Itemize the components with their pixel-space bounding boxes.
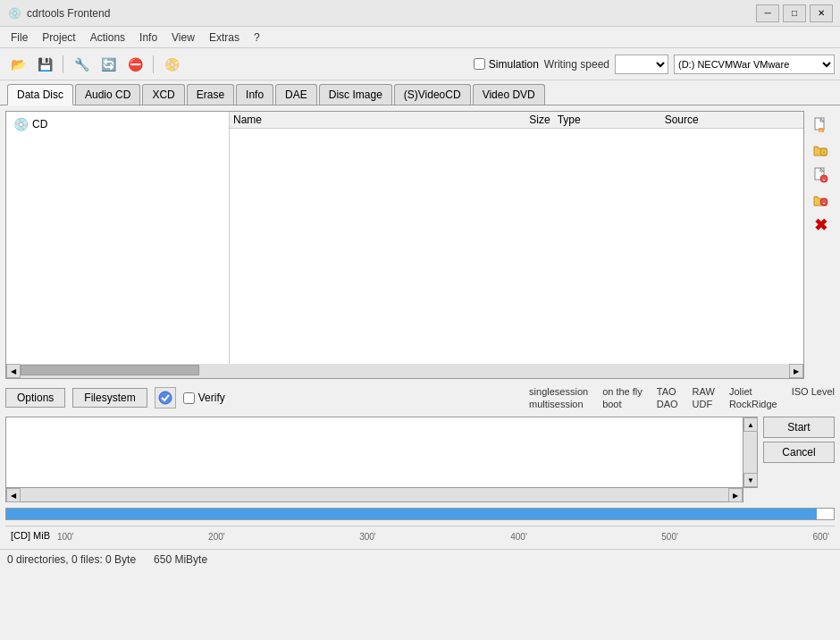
session-boot: boot — [602, 399, 643, 409]
log-scroll-track[interactable] — [743, 432, 757, 473]
writing-speed-label: Writing speed — [544, 58, 609, 71]
session-tao: TAO — [657, 386, 678, 397]
session-info: singlesession multisession on the fly bo… — [529, 386, 835, 409]
app-title: cdrtools Frontend — [27, 7, 110, 20]
file-browser: 💿 CD Name Size Type Source ◀ — [5, 111, 804, 379]
toolbar-btn-5[interactable]: ⛔ — [122, 52, 147, 77]
log-scroll-down-btn[interactable]: ▼ — [743, 473, 758, 487]
session-udf: UDF — [693, 399, 715, 409]
tab-xcd[interactable]: XCD — [142, 84, 184, 105]
hscroll-track[interactable] — [21, 364, 789, 378]
tree-item-label: CD — [32, 118, 47, 131]
menu-project[interactable]: Project — [35, 29, 82, 46]
bottom-toolbar: Options Filesystem Verify singlesession … — [5, 383, 835, 413]
hscroll-right-btn[interactable]: ▶ — [789, 364, 803, 378]
close-button[interactable]: ✕ — [810, 4, 833, 22]
session-col-4: RAW UDF — [693, 386, 715, 409]
toolbar-btn-4[interactable]: 🔄 — [96, 52, 121, 77]
log-hscroll-track[interactable] — [21, 488, 728, 501]
tab-dae[interactable]: DAE — [275, 84, 317, 105]
status-dir-files: 0 directories, 0 files: 0 Byte — [7, 553, 136, 566]
simulation-checkbox[interactable] — [474, 58, 485, 70]
writing-speed-select[interactable] — [615, 55, 668, 74]
action-sidebar: + + - - ✖ — [806, 111, 835, 240]
col-header-size: Size — [504, 114, 558, 126]
tab-data-disc[interactable]: Data Disc — [7, 84, 73, 105]
options-button[interactable]: Options — [5, 388, 65, 408]
scale-tick-600: 600' — [812, 532, 829, 542]
remove-folder-btn[interactable]: - — [810, 189, 831, 211]
tabs-bar: Data Disc Audio CD XCD Erase Info DAE Di… — [0, 80, 840, 105]
main-content: 💿 CD Name Size Type Source ◀ — [0, 105, 840, 549]
menu-view[interactable]: View — [164, 29, 202, 46]
session-rockridge: RockRidge — [729, 399, 777, 409]
toolbar-separator-2 — [153, 55, 154, 73]
remove-file-btn[interactable]: - — [810, 164, 831, 186]
log-scroll-right-btn[interactable]: ▶ — [728, 488, 743, 502]
title-bar: 💿 cdrtools Frontend ─ □ ✕ — [0, 0, 840, 27]
session-col-6: ISO Level — [792, 386, 835, 409]
menu-actions[interactable]: Actions — [83, 29, 132, 46]
tab-disc-image[interactable]: Disc Image — [319, 84, 392, 105]
tree-pane: 💿 CD — [6, 112, 230, 378]
new-file-btn[interactable]: + — [810, 114, 831, 136]
verify-label: Verify — [198, 392, 225, 404]
toolbar-btn-6[interactable]: 📀 — [159, 52, 184, 77]
check-icon-btn[interactable] — [155, 387, 176, 408]
start-cancel-panel: Start Cancel — [763, 417, 835, 463]
scale-tick-300: 300' — [359, 532, 376, 542]
toolbar-btn-3[interactable]: 🔧 — [69, 52, 94, 77]
toolbar-btn-1[interactable]: 📂 — [5, 52, 30, 77]
session-col-5: Joliet RockRidge — [729, 386, 777, 409]
verify-checkbox[interactable] — [183, 392, 195, 404]
tab-audio-cd[interactable]: Audio CD — [75, 84, 140, 105]
scale-tick-100: 100' — [57, 532, 74, 542]
menu-bar: File Project Actions Info View Extras ? — [0, 27, 840, 48]
session-dao: DAO — [657, 399, 678, 409]
session-singlesession: singlesession — [529, 386, 588, 397]
toolbar-separator-1 — [63, 55, 63, 73]
file-list-body — [230, 129, 803, 375]
menu-info[interactable]: Info — [132, 29, 164, 46]
filesystem-button[interactable]: Filesystem — [72, 388, 147, 408]
app-icon: 💿 — [7, 6, 21, 21]
scale-tick-200: 200' — [208, 532, 225, 542]
scale-ticks: 100' 200' 300' 400' 500' 600' — [57, 528, 829, 542]
tab-info[interactable]: Info — [236, 84, 273, 105]
session-isolevel: ISO Level — [792, 386, 835, 397]
hscroll-left-btn[interactable]: ◀ — [6, 364, 21, 378]
log-vscroll: ▲ ▼ — [743, 417, 758, 488]
file-list-header: Name Size Type Source — [230, 112, 803, 129]
minimize-button[interactable]: ─ — [756, 4, 779, 22]
delete-btn[interactable]: ✖ — [810, 215, 831, 236]
col-header-type: Type — [558, 114, 665, 126]
svg-text:-: - — [823, 198, 826, 206]
session-multisession: multisession — [529, 399, 588, 409]
file-browser-section: 💿 CD Name Size Type Source ◀ — [5, 111, 835, 379]
toolbar-btn-2[interactable]: 💾 — [32, 52, 57, 77]
session-onthefly: on the fly — [602, 386, 643, 397]
tab-svideo-cd[interactable]: (S)VideoCD — [394, 84, 471, 105]
session-col-1: singlesession multisession — [529, 386, 588, 409]
tab-erase[interactable]: Erase — [187, 84, 234, 105]
start-button[interactable]: Start — [763, 417, 835, 438]
menu-extras[interactable]: Extras — [202, 29, 247, 46]
tree-item-cd: 💿 CD — [10, 115, 225, 133]
svg-text:+: + — [819, 128, 822, 133]
cancel-button[interactable]: Cancel — [763, 442, 835, 463]
scale-row: [CD] MiB 100' 200' 300' 400' 500' 600' — [11, 528, 829, 542]
progress-bar — [5, 508, 835, 520]
hscroll-thumb — [21, 365, 199, 375]
open-folder-btn[interactable]: + — [810, 139, 831, 161]
session-joliet: Joliet — [729, 386, 777, 397]
tab-video-dvd[interactable]: Video DVD — [473, 84, 545, 105]
menu-file[interactable]: File — [4, 29, 35, 46]
log-scroll-left-btn[interactable]: ◀ — [6, 488, 21, 502]
maximize-button[interactable]: □ — [783, 4, 806, 22]
menu-help[interactable]: ? — [247, 29, 267, 46]
status-bar: 0 directories, 0 files: 0 Byte 650 MiByt… — [0, 549, 840, 568]
log-textarea[interactable] — [5, 417, 743, 488]
log-scroll-up-btn[interactable]: ▲ — [743, 417, 758, 432]
cd-icon: 💿 — [13, 117, 29, 131]
drive-select[interactable]: (D:) NECVMWar VMware — [674, 55, 835, 74]
